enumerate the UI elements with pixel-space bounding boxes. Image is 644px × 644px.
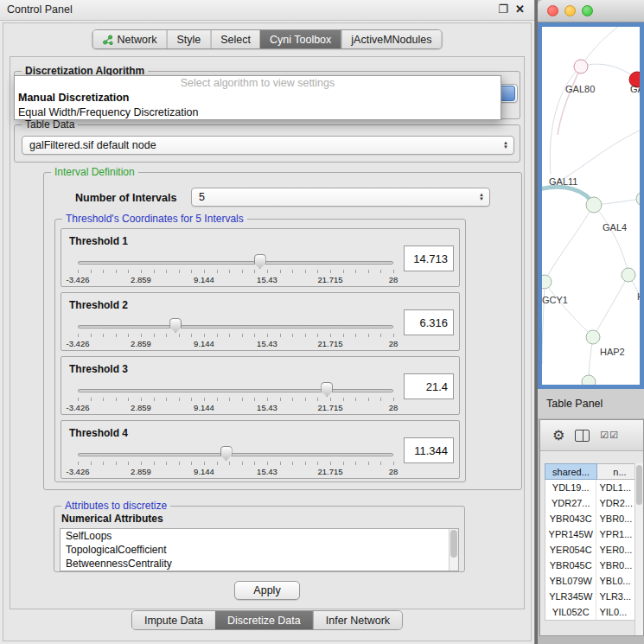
threshold-1-value-field[interactable]: 14.713 [404, 245, 454, 271]
list-scrollbar[interactable] [449, 529, 458, 571]
threshold-4-value-field[interactable]: 11.344 [404, 437, 454, 463]
node-label: GA [630, 84, 640, 94]
node-gcy1[interactable] [542, 275, 552, 289]
scrollbar-thumb[interactable] [450, 530, 457, 558]
table-data-group: Table Data galFiltered.sif default node … [14, 124, 520, 163]
table-scrollbar[interactable] [634, 463, 643, 635]
table-header: shared... n... [545, 463, 643, 480]
tab-label: Select [220, 34, 251, 46]
tab-label: Style [176, 34, 201, 46]
list-item[interactable]: BetweennessCentrality [61, 557, 458, 571]
close-icon[interactable]: ✕ [515, 3, 525, 16]
threshold-1-slider-thumb[interactable] [254, 254, 266, 269]
table-columns-icon[interactable] [575, 430, 590, 442]
scrollbar-thumb[interactable] [636, 465, 642, 505]
node[interactable] [636, 192, 640, 206]
attributes-group: Attributes to discretize Numerical Attri… [54, 506, 465, 572]
table-body: YDL19...YDL1... YDR27...YDR2... YBR043CY… [545, 480, 643, 621]
tick-labels: -3.426 2.859 9.144 15.43 21.715 28 [78, 339, 393, 348]
tab-label: Network [118, 34, 157, 46]
tab-label: Impute Data [144, 615, 203, 627]
apply-button[interactable]: Apply [234, 581, 300, 600]
slider-ticks [78, 462, 394, 465]
cyni-content: Discretization Algorithm Select algorith… [10, 56, 525, 609]
list-item[interactable]: TopologicalCoefficient [61, 543, 458, 557]
node-gal4-hub[interactable] [586, 197, 602, 213]
algorithm-dropdown-popup: Select algorithm to view settings Manual… [14, 75, 501, 120]
popup-placeholder: Select algorithm to view settings [15, 76, 501, 91]
threshold-2-value-field[interactable]: 6.316 [404, 309, 454, 335]
control-panel-title: Control Panel [7, 3, 73, 16]
tab-select[interactable]: Select [210, 30, 260, 48]
tick-labels: -3.426 2.859 9.144 15.43 21.715 28 [78, 275, 393, 284]
network-icon [103, 35, 113, 45]
tab-infer-network[interactable]: Infer Network [313, 611, 402, 629]
threshold-label: Threshold 2 [69, 299, 128, 311]
tab-label: Discretize Data [227, 615, 301, 627]
threshold-4-slider-thumb[interactable] [220, 446, 233, 461]
thresholds-group: Threshold's Coordinates for 5 Intervals … [54, 219, 466, 482]
threshold-3-value-field[interactable]: 21.4 [404, 373, 454, 399]
num-intervals-combobox[interactable]: 5 ▲▼ [191, 188, 490, 207]
table-data-combobox[interactable]: galFiltered.sif default node ▲▼ [22, 136, 514, 155]
mac-minimize-icon[interactable] [564, 5, 576, 16]
node[interactable] [582, 375, 596, 385]
tab-discretize-data[interactable]: Discretize Data [215, 611, 313, 629]
group-title: Interval Definition [51, 166, 138, 178]
checkbox-icons[interactable]: ☑☑ [600, 430, 619, 441]
control-panel-titlebar: Control Panel ❐ ✕ [0, 0, 534, 21]
threshold-label: Threshold 1 [69, 235, 128, 247]
table-row[interactable]: YER054CYER0... [545, 542, 642, 558]
list-item[interactable]: SelfLoops [61, 529, 458, 543]
network-view[interactable]: GAL80 GA GAL11 GAL4 GCY1 H HAP2 [538, 22, 644, 389]
threshold-3-slider-thumb[interactable] [321, 382, 333, 397]
mac-close-icon[interactable] [547, 5, 558, 16]
network-window-titlebar [538, 0, 644, 22]
table-row[interactable]: YLR345WYLR3... [545, 589, 642, 604]
gear-icon[interactable]: ⚙ [552, 429, 564, 443]
combo-value: 5 [199, 191, 205, 203]
threshold-label: Threshold 3 [69, 363, 128, 375]
thick-edge[interactable] [542, 187, 594, 205]
tab-impute-data[interactable]: Impute Data [132, 611, 215, 629]
threshold-1-box: Threshold 1 -3.426 2.859 9.144 15.43 21.… [61, 228, 460, 287]
table-row[interactable]: YBR043CYBR0... [545, 511, 642, 526]
table-panel-title: Table Panel [546, 398, 603, 410]
popup-item-manual-discretization[interactable]: Manual Discretization [15, 91, 501, 105]
tab-style[interactable]: Style [166, 30, 210, 48]
column-header-shared-name[interactable]: shared... [545, 463, 597, 480]
tab-label: jActiveMNodules [351, 34, 431, 46]
control-panel-body: Network Style Select Cyni Toolbox jActiv… [3, 22, 532, 641]
right-pane: GAL80 GA GAL11 GAL4 GCY1 H HAP2 Table Pa… [538, 0, 644, 644]
network-canvas: GAL80 GA GAL11 GAL4 GCY1 H HAP2 [542, 27, 640, 385]
table-row[interactable]: YBR045CYBR0... [545, 558, 642, 573]
table-toolbar: ⚙ ☑☑ [540, 420, 643, 451]
threshold-3-box: Threshold 3 -3.426 2.859 9.144 15.43 21.… [61, 356, 460, 415]
float-icon[interactable]: ❐ [498, 3, 508, 16]
mac-zoom-icon[interactable] [582, 5, 593, 16]
threshold-2-box: Threshold 2 -3.426 2.859 9.144 15.43 21.… [61, 292, 460, 351]
tab-label: Cyni Toolbox [270, 34, 331, 46]
tab-jactivemnodules[interactable]: jActiveMNodules [341, 30, 441, 48]
table-row[interactable]: YIL052CYIL0... [545, 604, 642, 620]
table-row[interactable]: YDR27...YDR2... [545, 495, 642, 511]
combo-value: galFiltered.sif default node [29, 139, 156, 151]
table-row[interactable]: YPR145WYPR1... [545, 526, 642, 542]
node-label: GAL4 [603, 222, 627, 233]
tab-network[interactable]: Network [93, 30, 167, 48]
node[interactable] [622, 268, 635, 282]
threshold-label: Threshold 4 [69, 427, 128, 439]
popup-item-equal-width-frequency[interactable]: Equal Width/Frequency Discretization [15, 105, 501, 120]
node-gal80[interactable] [574, 60, 588, 73]
slider-ticks [78, 398, 394, 401]
numerical-attributes-label: Numerical Attributes [61, 513, 163, 525]
table-row[interactable]: YBL079WYBL0... [545, 573, 642, 589]
table-row[interactable]: YDL19...YDL1... [545, 480, 642, 495]
threshold-2-slider-thumb[interactable] [169, 318, 182, 333]
node-label: GAL80 [565, 84, 595, 94]
node-hap2[interactable] [586, 330, 600, 344]
node-label: HAP2 [600, 347, 625, 357]
tab-cyni-toolbox[interactable]: Cyni Toolbox [260, 30, 341, 48]
numerical-attributes-list: SelfLoops TopologicalCoefficient Between… [60, 528, 459, 571]
top-tabstrip: Network Style Select Cyni Toolbox jActiv… [92, 29, 443, 49]
